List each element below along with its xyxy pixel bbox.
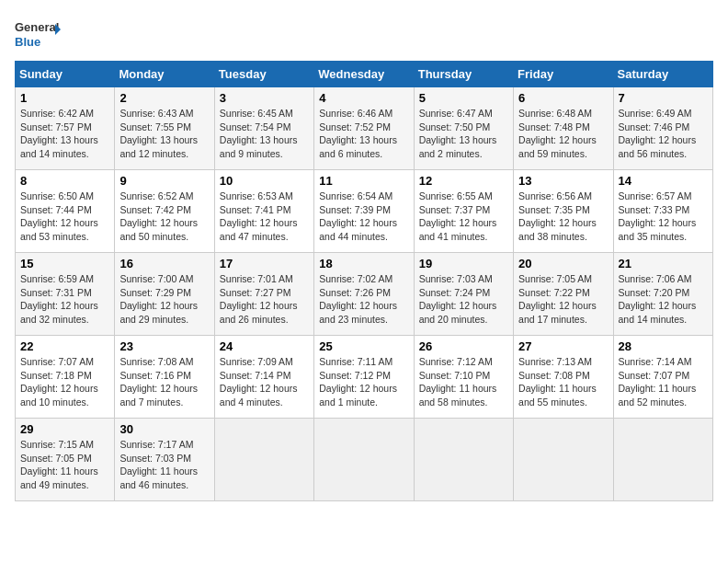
day-number: 27 [518, 339, 608, 353]
day-info: Sunrise: 7:01 AM Sunset: 7:27 PM Dayligh… [220, 272, 309, 327]
day-info: Sunrise: 7:09 AM Sunset: 7:14 PM Dayligh… [220, 355, 309, 409]
day-number: 9 [119, 174, 209, 188]
day-header-wednesday: Wednesday [314, 62, 414, 87]
day-header-tuesday: Tuesday [214, 62, 313, 87]
calendar-cell: 7Sunrise: 6:49 AM Sunset: 7:46 PM Daylig… [613, 87, 712, 170]
day-info: Sunrise: 6:47 AM Sunset: 7:50 PM Dayligh… [419, 107, 508, 161]
day-info: Sunrise: 7:08 AM Sunset: 7:16 PM Dayligh… [119, 355, 209, 409]
day-info: Sunrise: 6:55 AM Sunset: 7:37 PM Dayligh… [419, 190, 508, 244]
calendar-cell: 26Sunrise: 7:12 AM Sunset: 7:10 PM Dayli… [414, 336, 513, 419]
day-number: 20 [518, 257, 608, 270]
calendar-table: SundayMondayTuesdayWednesdayThursdayFrid… [15, 61, 713, 501]
logo-svg: General Blue [15, 15, 61, 52]
day-info: Sunrise: 6:49 AM Sunset: 7:46 PM Dayligh… [619, 107, 708, 161]
svg-text:Blue: Blue [15, 35, 40, 49]
calendar-body: 1Sunrise: 6:42 AM Sunset: 7:57 PM Daylig… [16, 87, 713, 501]
day-number: 10 [220, 174, 309, 188]
day-info: Sunrise: 6:42 AM Sunset: 7:57 PM Dayligh… [20, 107, 109, 161]
calendar-cell: 13Sunrise: 6:56 AM Sunset: 7:35 PM Dayli… [514, 170, 613, 253]
calendar-cell [613, 419, 712, 501]
day-number: 1 [20, 91, 109, 105]
day-number: 24 [220, 339, 309, 353]
day-number: 4 [319, 91, 408, 105]
day-info: Sunrise: 6:53 AM Sunset: 7:41 PM Dayligh… [220, 190, 309, 244]
day-number: 25 [319, 339, 408, 353]
day-number: 13 [518, 174, 608, 188]
calendar-cell: 4Sunrise: 6:46 AM Sunset: 7:52 PM Daylig… [314, 87, 414, 170]
calendar-cell: 16Sunrise: 7:00 AM Sunset: 7:29 PM Dayli… [115, 253, 214, 336]
calendar-week-row: 29Sunrise: 7:15 AM Sunset: 7:05 PM Dayli… [16, 419, 713, 501]
calendar-cell: 20Sunrise: 7:05 AM Sunset: 7:22 PM Dayli… [514, 253, 613, 336]
calendar-cell: 14Sunrise: 6:57 AM Sunset: 7:33 PM Dayli… [613, 170, 712, 253]
calendar-cell: 29Sunrise: 7:15 AM Sunset: 7:05 PM Dayli… [16, 419, 115, 501]
day-number: 15 [20, 257, 109, 270]
calendar-cell: 18Sunrise: 7:02 AM Sunset: 7:26 PM Dayli… [314, 253, 414, 336]
calendar-cell [414, 419, 513, 501]
day-info: Sunrise: 7:12 AM Sunset: 7:10 PM Dayligh… [419, 355, 508, 409]
day-number: 2 [119, 91, 209, 105]
day-header-saturday: Saturday [613, 62, 712, 87]
calendar-cell: 12Sunrise: 6:55 AM Sunset: 7:37 PM Dayli… [414, 170, 513, 253]
day-info: Sunrise: 7:00 AM Sunset: 7:29 PM Dayligh… [119, 272, 209, 327]
calendar-cell: 23Sunrise: 7:08 AM Sunset: 7:16 PM Dayli… [115, 336, 214, 419]
calendar-week-row: 22Sunrise: 7:07 AM Sunset: 7:18 PM Dayli… [16, 336, 713, 419]
day-number: 6 [518, 91, 608, 105]
page-header: General Blue [15, 15, 713, 52]
day-info: Sunrise: 6:46 AM Sunset: 7:52 PM Dayligh… [319, 107, 408, 161]
day-number: 12 [419, 174, 508, 188]
day-number: 8 [20, 174, 109, 188]
day-number: 19 [419, 257, 508, 270]
calendar-cell: 3Sunrise: 6:45 AM Sunset: 7:54 PM Daylig… [214, 87, 313, 170]
day-number: 14 [619, 174, 708, 188]
day-info: Sunrise: 7:02 AM Sunset: 7:26 PM Dayligh… [319, 272, 408, 327]
day-number: 3 [220, 91, 309, 105]
day-header-friday: Friday [514, 62, 613, 87]
calendar-cell [314, 419, 414, 501]
calendar-cell: 11Sunrise: 6:54 AM Sunset: 7:39 PM Dayli… [314, 170, 414, 253]
calendar-cell: 8Sunrise: 6:50 AM Sunset: 7:44 PM Daylig… [16, 170, 115, 253]
day-info: Sunrise: 7:11 AM Sunset: 7:12 PM Dayligh… [319, 355, 408, 409]
calendar-cell: 1Sunrise: 6:42 AM Sunset: 7:57 PM Daylig… [16, 87, 115, 170]
calendar-cell: 6Sunrise: 6:48 AM Sunset: 7:48 PM Daylig… [514, 87, 613, 170]
day-number: 22 [20, 339, 109, 353]
calendar-cell: 25Sunrise: 7:11 AM Sunset: 7:12 PM Dayli… [314, 336, 414, 419]
calendar-cell: 21Sunrise: 7:06 AM Sunset: 7:20 PM Dayli… [613, 253, 712, 336]
day-number: 17 [220, 257, 309, 270]
calendar-cell: 30Sunrise: 7:17 AM Sunset: 7:03 PM Dayli… [115, 419, 214, 501]
day-info: Sunrise: 7:13 AM Sunset: 7:08 PM Dayligh… [518, 355, 608, 409]
day-header-sunday: Sunday [16, 62, 115, 87]
day-number: 30 [119, 422, 209, 436]
calendar-cell: 2Sunrise: 6:43 AM Sunset: 7:55 PM Daylig… [115, 87, 214, 170]
calendar-cell: 17Sunrise: 7:01 AM Sunset: 7:27 PM Dayli… [214, 253, 313, 336]
day-info: Sunrise: 6:50 AM Sunset: 7:44 PM Dayligh… [20, 190, 109, 244]
day-info: Sunrise: 6:56 AM Sunset: 7:35 PM Dayligh… [518, 190, 608, 244]
day-number: 26 [419, 339, 508, 353]
calendar-cell [514, 419, 613, 501]
day-number: 23 [119, 339, 209, 353]
day-info: Sunrise: 7:14 AM Sunset: 7:07 PM Dayligh… [619, 355, 708, 409]
day-info: Sunrise: 6:52 AM Sunset: 7:42 PM Dayligh… [119, 190, 209, 244]
calendar-cell: 28Sunrise: 7:14 AM Sunset: 7:07 PM Dayli… [613, 336, 712, 419]
calendar-cell: 24Sunrise: 7:09 AM Sunset: 7:14 PM Dayli… [214, 336, 313, 419]
day-info: Sunrise: 7:06 AM Sunset: 7:20 PM Dayligh… [619, 272, 708, 327]
day-info: Sunrise: 7:07 AM Sunset: 7:18 PM Dayligh… [20, 355, 109, 409]
calendar-cell: 9Sunrise: 6:52 AM Sunset: 7:42 PM Daylig… [115, 170, 214, 253]
calendar-cell: 10Sunrise: 6:53 AM Sunset: 7:41 PM Dayli… [214, 170, 313, 253]
day-number: 28 [619, 339, 708, 353]
day-number: 11 [319, 174, 408, 188]
day-header-monday: Monday [115, 62, 214, 87]
day-info: Sunrise: 7:15 AM Sunset: 7:05 PM Dayligh… [20, 438, 109, 492]
day-number: 16 [119, 257, 209, 270]
logo: General Blue [15, 15, 61, 52]
calendar-cell: 27Sunrise: 7:13 AM Sunset: 7:08 PM Dayli… [514, 336, 613, 419]
calendar-cell: 5Sunrise: 6:47 AM Sunset: 7:50 PM Daylig… [414, 87, 513, 170]
calendar-week-row: 8Sunrise: 6:50 AM Sunset: 7:44 PM Daylig… [16, 170, 713, 253]
day-info: Sunrise: 6:43 AM Sunset: 7:55 PM Dayligh… [119, 107, 209, 161]
day-number: 29 [20, 422, 109, 436]
day-number: 18 [319, 257, 408, 270]
calendar-cell: 22Sunrise: 7:07 AM Sunset: 7:18 PM Dayli… [16, 336, 115, 419]
day-number: 5 [419, 91, 508, 105]
day-number: 21 [619, 257, 708, 270]
day-info: Sunrise: 6:59 AM Sunset: 7:31 PM Dayligh… [20, 272, 109, 327]
day-info: Sunrise: 6:45 AM Sunset: 7:54 PM Dayligh… [220, 107, 309, 161]
